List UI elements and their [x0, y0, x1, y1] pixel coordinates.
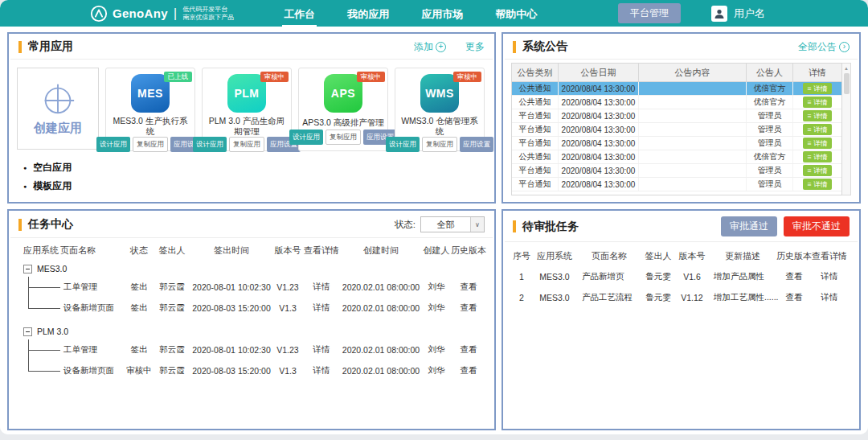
- platform-admin-button[interactable]: 平台管理: [618, 3, 681, 23]
- announcement-detail-button[interactable]: ≡ 详情: [803, 138, 832, 149]
- view-detail-link[interactable]: 详情: [303, 344, 340, 356]
- add-app-link[interactable]: 添加 +: [414, 40, 446, 54]
- scrollbar-thumb[interactable]: [844, 73, 850, 94]
- username-label: 用户名: [734, 6, 765, 21]
- view-history-link[interactable]: 查看: [451, 302, 486, 314]
- approval-row[interactable]: 2MES3.0产品工艺流程鲁元雯V1.12增加工艺属性......查看详情: [511, 287, 851, 308]
- nav-item[interactable]: 应用市场: [420, 1, 465, 27]
- design-app-button[interactable]: 设计应用: [193, 137, 227, 152]
- view-detail-link[interactable]: 详情: [812, 292, 847, 303]
- copy-app-button[interactable]: 复制应用: [326, 130, 361, 145]
- task-row[interactable]: 设备新增页面签出郭云霞2020-08-03 15:20:00V1.3详情2020…: [17, 298, 486, 319]
- announcement-row[interactable]: 平台通知2020/08/04 13:30:00管理员≡ 详情: [512, 164, 841, 178]
- view-history-link[interactable]: 查看: [776, 271, 812, 282]
- logo: GenoAny | 低代码开发平台 南京优倍旗下产品: [90, 5, 234, 23]
- app-card-buttons: 设计应用复制应用应用设置: [193, 137, 301, 152]
- scroll-up-icon[interactable]: ▲: [844, 64, 849, 71]
- create-option[interactable]: ●空白应用: [23, 158, 99, 177]
- task-signer: 郭云霞: [154, 302, 190, 314]
- copy-app-button[interactable]: 复制应用: [229, 137, 264, 152]
- nav-item[interactable]: 工作台: [282, 1, 317, 27]
- announcements-scrollbar[interactable]: ▲: [842, 63, 851, 195]
- announcement-row[interactable]: 公共通知2020/08/04 13:30:00优倍官方≡ 详情: [512, 96, 841, 109]
- announcement-type: 平台通知: [512, 164, 559, 177]
- arrow-right-icon: ›: [839, 42, 850, 52]
- collapse-icon[interactable]: [23, 327, 32, 336]
- app-card[interactable]: PLM审核中PLM 3.0 产品生命周期管理设计应用复制应用应用设置: [202, 68, 292, 151]
- announcement-date: 2020/08/04 13:30:00: [559, 164, 639, 177]
- view-history-link[interactable]: 查看: [451, 344, 486, 356]
- task-center-body: 应用系统页面名称状态签出人签出时间版本号查看详情创建时间创建人历史版本 MES3…: [9, 238, 494, 429]
- task-creator: 刘华: [422, 365, 451, 376]
- announcement-date: 2020/08/04 13:30:00: [559, 137, 639, 150]
- task-group-row[interactable]: PLM 3.0: [17, 323, 486, 339]
- task-status: 签出: [125, 282, 154, 293]
- view-history-link[interactable]: 查看: [451, 365, 486, 376]
- nav-item[interactable]: 我的应用: [346, 1, 391, 27]
- app-card[interactable]: APS审核中APS3.0 高级排产管理设计应用复制应用应用设置: [298, 68, 388, 151]
- app-card[interactable]: WMS审核中WMS3.0 仓储管理系统设计应用复制应用应用设置: [395, 68, 485, 151]
- task-signer: 郭云霞: [154, 282, 190, 293]
- announcement-detail-button[interactable]: ≡ 详情: [803, 124, 832, 135]
- announcement-row[interactable]: 公共通知2020/08/04 13:30:00优倍官方≡ 详情: [512, 82, 841, 96]
- status-select[interactable]: 全部 ∨: [420, 216, 485, 232]
- view-detail-link[interactable]: 详情: [303, 365, 340, 376]
- design-app-button[interactable]: 设计应用: [96, 137, 130, 152]
- user-menu[interactable]: 用户名: [711, 6, 765, 22]
- view-history-link[interactable]: 查看: [776, 292, 812, 303]
- announcement-row[interactable]: 平台通知2020/08/04 13:30:00管理员≡ 详情: [512, 178, 841, 191]
- announcement-row[interactable]: 公共通知2020/08/04 13:30:00优倍官方≡ 详情: [512, 150, 841, 164]
- design-app-button[interactable]: 设计应用: [289, 130, 323, 145]
- task-group-row[interactable]: MES3.0: [17, 261, 486, 277]
- top-header: GenoAny | 低代码开发平台 南京优倍旗下产品 工作台我的应用应用市场帮助…: [0, 0, 868, 27]
- status-filter-label: 状态:: [395, 219, 416, 231]
- announcement-publisher: 优倍官方: [747, 150, 793, 163]
- task-create-time: 2020.02.01 08:00:00: [340, 282, 422, 292]
- create-options: ●空白应用●模板应用: [17, 158, 99, 195]
- column-header: 版本号: [272, 245, 303, 257]
- announcement-detail-button[interactable]: ≡ 详情: [803, 151, 832, 162]
- announcement-content: [639, 137, 747, 150]
- view-detail-link[interactable]: 详情: [812, 271, 847, 282]
- announcement-row[interactable]: 平台通知2020/08/04 13:30:00管理员≡ 详情: [512, 109, 841, 123]
- all-announcements-link[interactable]: 全部公告 ›: [798, 40, 850, 54]
- create-option[interactable]: ●模板应用: [23, 177, 99, 195]
- task-page-name: 设备新增页面: [54, 365, 125, 376]
- announcement-detail-button[interactable]: ≡ 详情: [803, 179, 832, 190]
- approve-button[interactable]: 审批通过: [721, 216, 777, 236]
- design-app-button[interactable]: 设计应用: [386, 137, 420, 152]
- announcement-type: 公共通知: [512, 150, 559, 163]
- announcements-header: 系统公告 全部公告 ›: [503, 34, 859, 59]
- announcement-date: 2020/08/04 13:30:00: [559, 178, 639, 191]
- column-header: 创建时间: [340, 245, 422, 257]
- bullet-icon: ●: [23, 158, 27, 177]
- reject-button[interactable]: 审批不通过: [784, 216, 850, 236]
- task-row[interactable]: 工单管理签出郭云霞2020-08-01 10:02:30V1.23详情2020.…: [17, 277, 486, 298]
- app-settings-button[interactable]: 应用设置: [460, 137, 493, 152]
- announcement-type: 平台通知: [512, 123, 559, 136]
- announcement-row[interactable]: 平台通知2020/08/04 13:30:00管理员≡ 详情: [512, 137, 841, 150]
- task-row[interactable]: 设备新增页面审核中郭云霞2020-08-03 15:20:00V1.3详情202…: [17, 360, 486, 381]
- tree-connector: [17, 339, 54, 360]
- announcement-detail-button[interactable]: ≡ 详情: [803, 165, 832, 176]
- column-header: 签出人: [641, 250, 675, 262]
- approval-row[interactable]: 1MES3.0产品新增页鲁元雯V1.6增加产品属性查看详情: [511, 266, 851, 287]
- task-row[interactable]: 工单管理签出郭云霞2020-08-01 10:02:30V1.23详情2020.…: [17, 339, 486, 360]
- copy-app-button[interactable]: 复制应用: [422, 137, 457, 152]
- announcement-row[interactable]: 平台通知2020/08/04 13:30:00管理员≡ 详情: [512, 123, 841, 137]
- announcement-content: [639, 96, 747, 109]
- main-nav: 工作台我的应用应用市场帮助中心: [282, 1, 538, 27]
- more-link[interactable]: 更多: [465, 40, 485, 54]
- view-detail-link[interactable]: 详情: [303, 282, 340, 293]
- nav-item[interactable]: 帮助中心: [493, 1, 538, 27]
- announcement-detail-button[interactable]: ≡ 详情: [803, 83, 832, 94]
- copy-app-button[interactable]: 复制应用: [133, 137, 168, 152]
- collapse-icon[interactable]: [23, 265, 32, 273]
- announcement-publisher: 管理员: [747, 109, 793, 122]
- announcement-detail-button[interactable]: ≡ 详情: [803, 110, 832, 121]
- announcement-detail-button[interactable]: ≡ 详情: [803, 97, 832, 108]
- create-app-card[interactable]: 创建应用: [17, 68, 99, 150]
- app-card[interactable]: MES已上线MES3.0 生产执行系统设计应用复制应用应用设置: [105, 68, 195, 151]
- view-detail-link[interactable]: 详情: [303, 302, 340, 314]
- view-history-link[interactable]: 查看: [451, 282, 486, 293]
